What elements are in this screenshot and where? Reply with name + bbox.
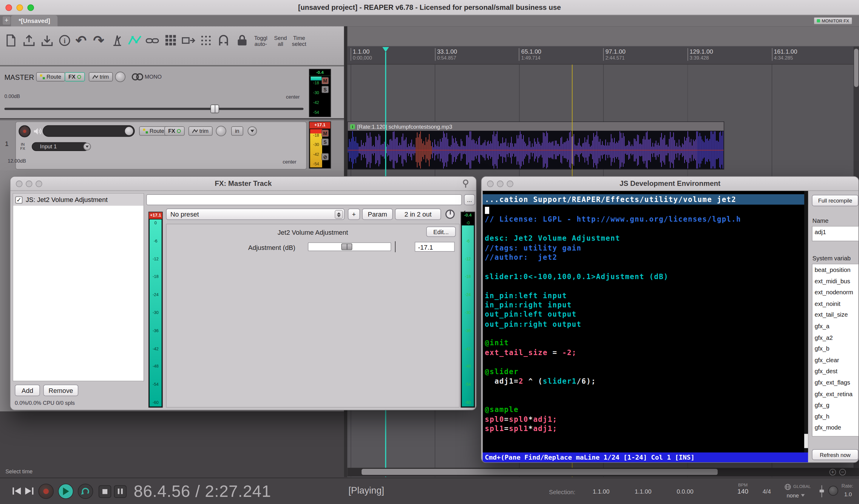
fx-comment-field[interactable] (146, 194, 462, 205)
code-line[interactable]: //tags: utility gain (485, 244, 804, 253)
watch-list[interactable]: adj1 (812, 226, 859, 241)
variable-item[interactable]: gfx_dest (813, 366, 858, 377)
code-line[interactable] (485, 358, 804, 367)
editor-scrollbar[interactable] (804, 191, 808, 453)
snap-magnet-icon[interactable] (216, 33, 231, 48)
remove-fx-button[interactable]: Remove (43, 384, 78, 396)
code-editor[interactable]: ...cation Support/REAPER/Effects/utility… (483, 191, 808, 453)
master-meter[interactable]: -0.4 -18-30-42-54 M S (309, 69, 331, 117)
envelope-icon[interactable] (127, 33, 142, 48)
code-line[interactable]: out_pin:right output (485, 320, 804, 329)
speaker-icon[interactable] (33, 127, 42, 137)
code-line[interactable]: @init (485, 339, 804, 348)
track-input-button[interactable]: in (231, 126, 243, 136)
selection-value[interactable]: 0.0.00 (677, 488, 693, 494)
master-fader-handle[interactable] (210, 105, 219, 113)
new-tab-button[interactable]: + (3, 16, 11, 25)
time-select-button[interactable]: Timeselect (289, 35, 309, 47)
track-input-field[interactable]: Input 1 (32, 142, 89, 151)
track-mute-button[interactable]: M (321, 129, 329, 137)
pin-icon[interactable] (462, 179, 469, 190)
close-window-button[interactable] (487, 180, 494, 187)
media-item-header[interactable]: i [Rate:1.120] schlumpfcontestsong.mp3 (348, 122, 724, 131)
code-line[interactable] (485, 225, 804, 234)
code-line[interactable]: @sample (485, 405, 804, 415)
full-recompile-button[interactable]: Full recompile (812, 195, 858, 206)
track-meter[interactable]: +17.1 -18-30-42-54 M S ⊘ (309, 122, 331, 169)
stereo-icon[interactable] (132, 73, 144, 83)
fx-input-meter[interactable]: +17.1 0-6-12-18-24-30-36-42-48-54-60 (149, 212, 163, 408)
variable-item[interactable]: gfx_g (813, 399, 858, 411)
code-line[interactable] (485, 282, 804, 291)
fx-enabled-checkbox[interactable]: ✓ (15, 196, 22, 203)
input-fx-label[interactable]: INFX (20, 142, 25, 151)
zoom-window-button[interactable] (35, 180, 42, 187)
playhead-marker[interactable] (382, 47, 389, 52)
project-tab[interactable]: *[Unsaved] (11, 15, 58, 26)
track-phase-button[interactable]: ⊘ (321, 153, 329, 160)
code-line[interactable]: desc: Jet2 Volume Adjustment (485, 234, 804, 244)
variable-item[interactable]: ext_midi_bus (813, 275, 858, 287)
wet-dry-knob[interactable] (445, 209, 455, 219)
code-line[interactable]: in_pin:left input (485, 291, 804, 301)
adjustment-slider-handle[interactable] (341, 243, 352, 250)
variable-item[interactable]: gfx_a2 (813, 332, 858, 343)
code-line[interactable]: adj1=2 ^ (slider1/6); (485, 377, 804, 387)
variable-item[interactable]: gfx_clear (813, 355, 858, 366)
media-item[interactable]: i [Rate:1.120] schlumpfcontestsong.mp3 (347, 122, 724, 170)
master-volume-fader[interactable] (4, 108, 304, 110)
undo-icon[interactable]: ↶ (73, 33, 89, 48)
timeline-ruler[interactable]: 1.1.000:00,00033.1.000:54.85765.1.001:49… (347, 46, 859, 65)
vscrollbar-thumb[interactable] (854, 49, 858, 87)
global-automation-control[interactable]: GLOBAL (784, 484, 811, 490)
adjustment-slider[interactable] (308, 242, 391, 251)
master-trim-button[interactable]: trim (89, 72, 113, 81)
fx-chain-item[interactable]: ✓JS: Jet2 Volume Adjustment (13, 194, 144, 206)
fx-chain-window[interactable]: FX: Master Track ✓JS: Jet2 Volume Adjust… (10, 176, 477, 410)
param-button[interactable]: Param (362, 208, 393, 220)
code-line[interactable]: in_pin:right input (485, 301, 804, 310)
track-route-button[interactable]: Route (139, 126, 168, 136)
variable-item[interactable]: ext_nodenorm (813, 287, 858, 298)
variables-list[interactable]: beat_positionext_midi_busext_nodenormext… (812, 264, 859, 436)
track-pan-knob[interactable] (216, 126, 226, 136)
js-dev-window[interactable]: JS Development Environment ...cation Sup… (481, 176, 859, 462)
selection-value[interactable]: 1.1.00 (635, 488, 651, 494)
track-trim-button[interactable]: trim (189, 126, 212, 136)
js-window-titlebar[interactable]: JS Development Environment (481, 177, 858, 191)
close-window-button[interactable] (5, 4, 12, 11)
code-line[interactable]: spl0=spl0*adj1; (485, 415, 804, 424)
add-fx-button[interactable]: Add (15, 384, 40, 396)
master-pan-knob[interactable] (115, 72, 125, 82)
project-settings-icon[interactable]: i (57, 33, 72, 48)
transport-time-readout[interactable]: 86.4.56 / 2:27.241 (134, 482, 271, 500)
toggle-auto-button[interactable]: Togglauto- (251, 35, 271, 47)
media-item-body[interactable] (348, 131, 724, 169)
redo-icon[interactable]: ↷ (91, 33, 106, 48)
rate-value[interactable]: 1.0 (844, 491, 852, 497)
variable-item[interactable]: gfx_ext_retina (813, 388, 858, 399)
minimize-window-button[interactable] (26, 180, 32, 187)
go-to-start-button[interactable] (12, 487, 21, 497)
code-line[interactable]: slider1:0<-100,100,0.1>Adjustment (dB) (485, 272, 804, 282)
refresh-now-button[interactable]: Refresh now (812, 449, 858, 460)
variable-item[interactable]: gfx_mode (813, 422, 858, 434)
play-button[interactable] (58, 484, 73, 499)
fader-icon[interactable] (819, 484, 824, 500)
variable-item[interactable]: gfx_h (813, 411, 858, 422)
item-notes-icon[interactable]: i (350, 124, 355, 129)
master-fx-button[interactable]: FX (65, 72, 85, 81)
fx-window-titlebar[interactable]: FX: Master Track (11, 177, 476, 191)
time-signature[interactable]: 4/4 (763, 488, 771, 494)
track-fx-button[interactable]: FX (164, 126, 185, 136)
link-icon[interactable] (145, 33, 160, 48)
selection-value[interactable]: 1.1.00 (593, 488, 609, 494)
fx-browse-button[interactable]: ... (464, 194, 475, 205)
variable-item[interactable]: ext_tail_size (813, 309, 858, 320)
variable-item[interactable]: gfx_ext_flags (813, 377, 858, 388)
rate-knob[interactable] (828, 486, 838, 495)
open-project-icon[interactable] (21, 33, 37, 48)
fx-output-meter[interactable]: -0.4 -0-6-12-18-24-30-36-42-48-54-60 (461, 212, 475, 408)
master-route-button[interactable]: Route (36, 72, 65, 81)
variable-item[interactable]: beat_position (813, 264, 858, 275)
